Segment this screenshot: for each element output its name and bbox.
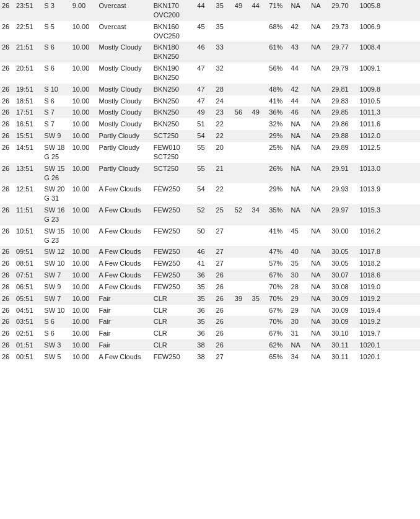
table-cell [405, 118, 420, 130]
table-cell: BKN170 OVC200 [152, 0, 196, 21]
table-cell: NA [309, 163, 330, 184]
table-cell [233, 84, 250, 95]
table-cell: SW 20 G 31 [42, 183, 70, 204]
table-cell [250, 163, 268, 184]
table-cell: 27 [214, 225, 233, 246]
table-cell: NA [309, 84, 330, 95]
table-row: 2623:51S 39.00OvercastBKN170 OVC20044354… [0, 0, 420, 21]
table-row: 2620:51S 610.00Mostly CloudyBKN190 BKN25… [0, 63, 420, 84]
table-cell [405, 204, 420, 225]
table-cell [233, 163, 250, 184]
table-cell: 04:51 [14, 305, 42, 316]
table-cell: 22 [214, 118, 233, 130]
table-cell: S 6 [42, 95, 70, 107]
table-cell: 22:51 [14, 21, 42, 42]
table-cell [250, 118, 268, 130]
table-cell: 10.00 [71, 269, 97, 281]
table-cell: 15:51 [14, 130, 42, 142]
table-cell [250, 21, 268, 42]
table-cell: 26 [214, 305, 233, 316]
table-cell: Mostly Cloudy [97, 107, 152, 118]
table-row: 2618:51S 610.00Mostly CloudyBKN250472441… [0, 95, 420, 107]
table-cell [405, 305, 420, 316]
table-cell: 56% [267, 63, 289, 84]
table-cell: NA [309, 269, 330, 281]
table-cell: 35% [267, 204, 289, 225]
table-cell: 30.05 [330, 246, 357, 258]
table-cell: 22 [214, 183, 233, 204]
table-cell [388, 293, 404, 305]
table-cell: BKN190 BKN250 [152, 63, 196, 84]
table-cell: NA [309, 204, 330, 225]
table-cell: 41% [267, 95, 289, 107]
table-cell: S 3 [42, 0, 70, 21]
table-cell: 05:51 [14, 293, 42, 305]
table-cell [405, 107, 420, 118]
table-cell: 29.83 [330, 95, 357, 107]
table-cell: SW 5 [42, 351, 70, 363]
table-cell [405, 339, 420, 351]
table-cell [233, 63, 250, 84]
table-cell: Fair [97, 316, 152, 328]
table-cell: 10.00 [71, 142, 97, 163]
table-cell: 25 [214, 204, 233, 225]
table-cell: 47 [195, 63, 214, 84]
table-cell: S 5 [42, 21, 70, 42]
table-cell: 26 [0, 225, 14, 246]
table-cell: 29 [289, 293, 310, 305]
table-cell: 46 [195, 41, 214, 63]
table-cell: 26 [0, 63, 14, 84]
table-cell: 26 [214, 293, 233, 305]
table-cell: Partly Cloudy [97, 142, 152, 163]
table-cell: 19:51 [14, 84, 42, 95]
table-cell: 49 [250, 107, 268, 118]
table-cell [388, 204, 404, 225]
table-cell: 29.91 [330, 163, 357, 184]
table-cell: 26 [0, 246, 14, 258]
table-cell: 67% [267, 305, 289, 316]
table-cell: 29.97 [330, 204, 357, 225]
table-cell: 29.85 [330, 107, 357, 118]
table-cell: 9.00 [71, 0, 97, 21]
table-cell: NA [309, 0, 330, 21]
table-cell: 46 [195, 246, 214, 258]
table-cell [250, 130, 268, 142]
table-row: 2615:51SW 910.00Partly CloudySCT25054222… [0, 130, 420, 142]
table-cell [233, 41, 250, 63]
table-cell: 01:51 [14, 339, 42, 351]
table-cell: Mostly Cloudy [97, 95, 152, 107]
table-cell: NA [289, 163, 310, 184]
table-cell: CLR [152, 328, 196, 339]
table-cell: 13:51 [14, 163, 42, 184]
table-cell: FEW250 [152, 246, 196, 258]
table-cell: 46 [289, 107, 310, 118]
table-cell: 34 [250, 204, 268, 225]
table-cell: 1008.4 [357, 41, 388, 63]
table-cell: 23 [214, 107, 233, 118]
table-cell: 10.00 [71, 293, 97, 305]
table-cell [233, 142, 250, 163]
table-cell: 10.00 [71, 351, 97, 363]
table-cell: S 10 [42, 84, 70, 95]
table-cell: 65% [267, 351, 289, 363]
table-cell: 08:51 [14, 258, 42, 269]
table-cell [405, 84, 420, 95]
table-cell: 67% [267, 328, 289, 339]
table-cell: 48% [267, 84, 289, 95]
table-cell: SW 3 [42, 339, 70, 351]
table-cell [405, 21, 420, 42]
table-cell: 24 [214, 95, 233, 107]
table-cell [233, 183, 250, 204]
table-cell: 29.79 [330, 63, 357, 84]
table-cell [405, 0, 420, 21]
table-cell: 10.00 [71, 21, 97, 42]
table-cell: 1019.7 [357, 328, 388, 339]
table-cell: NA [309, 130, 330, 142]
table-cell: 30.09 [330, 293, 357, 305]
table-cell: NA [309, 118, 330, 130]
table-cell [233, 246, 250, 258]
table-cell: 57% [267, 258, 289, 269]
table-row: 2608:51SW 1010.00A Few CloudsFEW25041275… [0, 258, 420, 269]
table-cell: NA [309, 351, 330, 363]
table-cell: 30.11 [330, 351, 357, 363]
